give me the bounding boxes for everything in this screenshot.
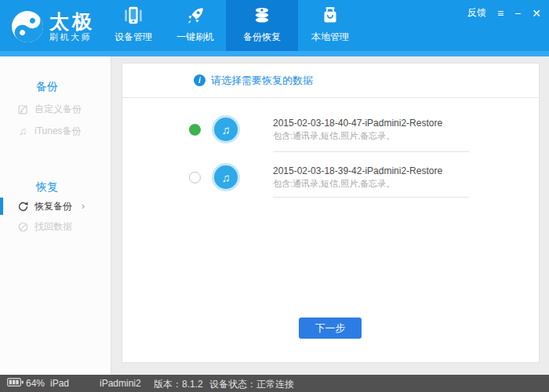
close-icon[interactable]: ✕ [532,7,541,20]
menu-icon[interactable]: ≡ [497,7,504,20]
tab-label: 设备管理 [115,31,152,44]
status-bar: 64% iPad iPadmini2 版本：8.1.2 设备状态：正常连接 [0,375,549,392]
backup-title: 2015-02-03-18-40-47-iPadmini2-Restore [273,117,442,129]
sidebar-item-label: 自定义备份 [35,103,82,116]
tab-label: 本地管理 [311,31,349,44]
sidebar-item-restore-backup[interactable]: 恢复备份 › [0,197,111,216]
sidebar-item-itunes-backup[interactable]: ♫ iTunes备份 [0,122,111,140]
minimize-icon[interactable]: − [514,7,521,20]
sidebar-item-custom-backup[interactable]: 自定义备份 [0,100,111,118]
battery-icon [7,378,24,389]
header-accent-strip [0,51,549,56]
next-step-button[interactable]: 下一步 [299,318,362,339]
sidebar-item-label: 找回数据 [35,220,72,234]
restore-prompt: 请选择需要恢复的数据 [211,74,313,88]
backup-music-icon: ♫ [214,118,238,141]
panel-header: i 请选择需要恢复的数据 [122,64,539,98]
backup-title: 2015-02-03-18-39-42-iPadmini2-Restore [273,165,442,177]
sidebar-section-backup: 备份 [36,80,58,94]
tab-one-click-flash[interactable]: 一键刷机 [165,0,226,51]
backup-desc: 包含:通讯录,短信,照片,备忘录。 [273,177,442,190]
music-note-icon: ♫ [16,125,29,137]
bag-icon [318,4,342,27]
info-icon: i [194,74,205,86]
radio-unselected[interactable] [189,172,201,183]
device-model: iPadmini2 [100,378,141,389]
edit-icon [16,103,29,115]
tab-backup-restore[interactable]: 备份恢复 [226,0,298,51]
backup-row[interactable]: ♫ 2015-02-03-18-40-47-iPadmini2-Restore … [122,107,539,151]
battery-percent: 64% [26,378,45,389]
sidebar-item-label: iTunes备份 [35,125,82,138]
tab-local-management[interactable]: 本地管理 [298,0,362,51]
phone-icon [122,4,145,27]
tab-label: 备份恢复 [243,31,281,44]
chevron-right-icon: › [82,201,85,212]
refresh-icon [16,200,29,212]
restore-panel: i 请选择需要恢复的数据 ♫ 2015-02-03-18-40-47-iPadm… [122,63,540,363]
database-icon [250,4,274,27]
radio-selected[interactable] [189,124,201,136]
tab-label: 一键刷机 [176,31,214,44]
sidebar-item-label: 恢复备份 [35,200,72,213]
top-bar: 太极 刷机大师 设备管理 [0,0,549,56]
backup-music-icon: ♫ [214,165,238,189]
feedback-link[interactable]: 反馈 [467,6,486,20]
sidebar: 备份 自定义备份 ♫ iTunes备份 恢复 恢复备份 › [0,56,111,375]
backup-desc: 包含:通讯录,短信,照片,备忘录。 [273,129,442,142]
sidebar-section-restore: 恢复 [36,180,58,194]
device-type: iPad [50,378,69,389]
tab-device-management[interactable]: 设备管理 [102,0,165,51]
sidebar-item-recover-data[interactable]: 找回数据 [0,217,111,236]
slash-circle-icon [16,220,29,233]
backup-row[interactable]: ♫ 2015-02-03-18-39-42-iPadmini2-Restore … [122,155,539,199]
connection-status: 设备状态：正常连接 [209,378,294,391]
row-divider [273,197,469,198]
os-version: 版本：8.1.2 [154,378,203,391]
rocket-icon [184,4,207,27]
row-divider [273,151,469,152]
